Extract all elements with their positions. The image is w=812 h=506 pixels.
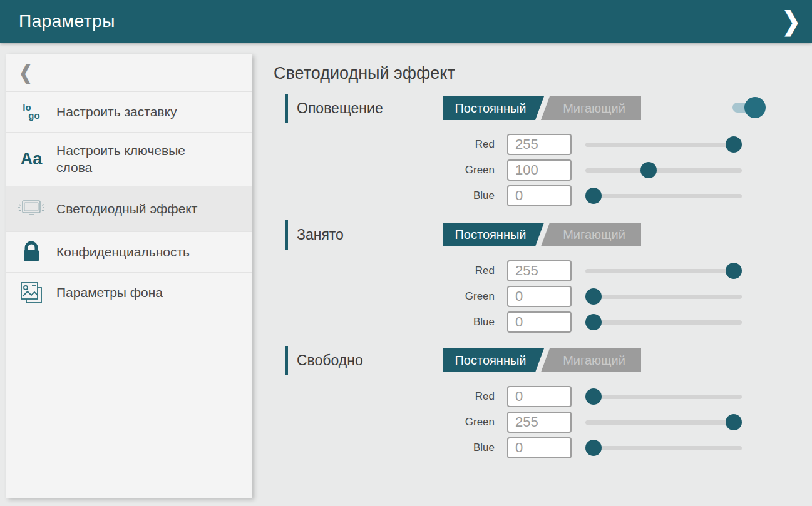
blue-row: Blue xyxy=(438,437,742,458)
red-value-input[interactable] xyxy=(507,134,572,155)
green-row: Green xyxy=(438,286,742,307)
slider-thumb[interactable] xyxy=(726,414,742,430)
settings-window: Параметры ❯ ❮ lo go Настроить заставку A… xyxy=(0,0,812,506)
green-label: Green xyxy=(438,164,495,176)
section-title: Свободно xyxy=(297,346,363,375)
slider-thumb[interactable] xyxy=(726,263,742,279)
slider-track xyxy=(585,420,742,425)
sidebar-item-led-effect[interactable]: Светодиодный эффект xyxy=(6,186,252,232)
mode-solid-label: Постоянный xyxy=(455,101,526,115)
blue-row: Blue xyxy=(438,185,742,206)
red-label: Red xyxy=(438,138,495,151)
mode-solid-button[interactable]: Постоянный xyxy=(443,348,544,372)
blue-value-input[interactable] xyxy=(507,185,572,206)
slider-thumb[interactable] xyxy=(585,440,602,456)
blue-slider[interactable] xyxy=(585,440,742,456)
section-alert: Оповещение Постоянный Мигающий Red xyxy=(274,94,749,219)
mode-blinking-button[interactable]: Мигающий xyxy=(541,223,641,246)
toggle-knob xyxy=(744,97,766,118)
collapse-panel-icon[interactable]: ❯ xyxy=(782,4,801,38)
section-accent-bar xyxy=(285,346,288,375)
logo-icon-text: go xyxy=(28,110,39,121)
green-slider[interactable] xyxy=(585,162,742,178)
green-row: Green xyxy=(438,159,742,181)
sidebar-item-label: Настроить заставку xyxy=(56,104,185,120)
green-value-input[interactable] xyxy=(507,412,572,433)
green-slider[interactable] xyxy=(585,414,742,430)
sidebar-item-label: Настроить ключевые слова xyxy=(56,143,213,176)
blue-label: Blue xyxy=(438,316,495,328)
sidebar: ❮ lo go Настроить заставку Aa Настроить … xyxy=(6,54,252,498)
slider-track xyxy=(585,168,742,173)
blue-label: Blue xyxy=(438,190,495,202)
alert-enabled-toggle[interactable] xyxy=(732,97,758,118)
slider-track xyxy=(585,295,742,299)
blue-slider[interactable] xyxy=(585,188,742,204)
red-value-input[interactable] xyxy=(507,260,572,281)
sidebar-item-background[interactable]: Параметры фона xyxy=(6,273,252,313)
page-title: Параметры xyxy=(19,11,115,31)
slider-thumb[interactable] xyxy=(585,314,602,330)
sidebar-back-button[interactable]: ❮ xyxy=(6,54,252,92)
section-accent-bar xyxy=(285,94,288,123)
mode-solid-label: Постоянный xyxy=(455,353,526,367)
green-value-input[interactable] xyxy=(507,159,572,181)
red-row: Red xyxy=(438,260,742,281)
section-title: Оповещение xyxy=(297,94,383,123)
background-images-icon xyxy=(6,280,56,306)
slider-thumb[interactable] xyxy=(585,188,602,204)
mode-solid-button[interactable]: Постоянный xyxy=(443,96,544,120)
slider-thumb[interactable] xyxy=(726,136,742,153)
blue-value-input[interactable] xyxy=(507,311,572,333)
blue-slider[interactable] xyxy=(585,314,742,330)
mode-blinking-label: Мигающий xyxy=(563,101,625,115)
mode-switch-busy: Постоянный Мигающий xyxy=(443,223,641,246)
keywords-icon-text: Aa xyxy=(21,149,43,169)
mode-blinking-label: Мигающий xyxy=(563,228,625,241)
app-header: Параметры ❯ xyxy=(0,0,812,43)
slider-track xyxy=(585,194,742,198)
section-busy: Занято Постоянный Мигающий Red Green xyxy=(274,220,749,345)
green-label: Green xyxy=(438,416,495,428)
sidebar-item-splash-screen[interactable]: lo go Настроить заставку xyxy=(6,92,252,133)
green-slider[interactable] xyxy=(585,288,742,305)
slider-track xyxy=(585,446,742,450)
rgb-controls: Red Green Blue xyxy=(438,260,742,337)
slider-track xyxy=(585,320,742,325)
section-title: Занято xyxy=(297,220,344,250)
red-label: Red xyxy=(438,390,495,403)
slider-thumb[interactable] xyxy=(640,162,657,178)
mode-blinking-button[interactable]: Мигающий xyxy=(541,348,641,372)
mode-blinking-button[interactable]: Мигающий xyxy=(541,96,641,120)
section-free: Свободно Постоянный Мигающий Red Green xyxy=(274,346,749,471)
slider-thumb[interactable] xyxy=(585,388,602,405)
led-display-icon xyxy=(6,198,56,220)
green-value-input[interactable] xyxy=(507,286,572,307)
mode-solid-button[interactable]: Постоянный xyxy=(443,223,544,246)
sidebar-item-label: Светодиодный эффект xyxy=(56,201,206,217)
keywords-icon: Aa xyxy=(6,149,56,169)
mode-solid-label: Постоянный xyxy=(455,228,526,241)
sidebar-item-label: Параметры фона xyxy=(56,285,172,301)
red-row: Red xyxy=(438,134,742,155)
green-row: Green xyxy=(438,412,742,433)
slider-track xyxy=(585,269,742,273)
mode-switch-free: Постоянный Мигающий xyxy=(443,348,641,372)
sidebar-item-privacy[interactable]: Конфиденциальность xyxy=(6,232,252,273)
lock-icon xyxy=(6,240,56,264)
mode-blinking-label: Мигающий xyxy=(563,353,625,367)
red-slider[interactable] xyxy=(585,388,742,405)
red-value-input[interactable] xyxy=(507,386,572,407)
red-slider[interactable] xyxy=(585,263,742,279)
blue-value-input[interactable] xyxy=(507,437,572,458)
slider-thumb[interactable] xyxy=(585,288,602,305)
content-title: Светодиодный эффект xyxy=(274,64,455,83)
red-slider[interactable] xyxy=(585,136,742,153)
sidebar-item-keywords[interactable]: Aa Настроить ключевые слова xyxy=(6,133,252,186)
chevron-left-icon: ❮ xyxy=(19,61,33,84)
blue-row: Blue xyxy=(438,311,742,333)
mode-switch-alert: Постоянный Мигающий xyxy=(443,96,641,120)
blue-label: Blue xyxy=(438,442,495,454)
logo-icon: lo go xyxy=(6,104,56,120)
section-accent-bar xyxy=(285,220,288,250)
